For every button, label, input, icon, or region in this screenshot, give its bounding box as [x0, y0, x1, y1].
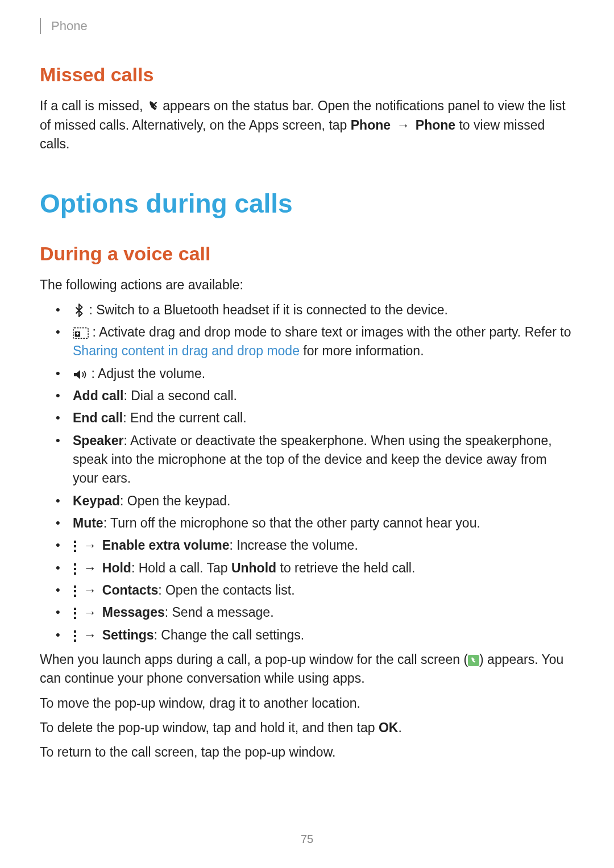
- svg-rect-3: [74, 545, 76, 547]
- missed-calls-paragraph: If a call is missed, appears on the stat…: [40, 97, 574, 153]
- delete-popup-paragraph: To delete the pop-up window, tap and hol…: [40, 719, 574, 737]
- more-options-icon: [73, 630, 77, 642]
- page-title: Options during calls: [40, 185, 574, 223]
- text: : Send a message.: [165, 605, 274, 620]
- text: : Turn off the microphone so that the ot…: [103, 516, 480, 530]
- text: : Activate drag and drop mode to share t…: [92, 325, 571, 339]
- bold-text: Unhold: [231, 560, 276, 575]
- return-popup-paragraph: To return to the call screen, tap the po…: [40, 743, 574, 762]
- section-title-missed-calls: Missed calls: [40, 61, 574, 89]
- more-options-icon: [73, 563, 77, 575]
- svg-rect-5: [74, 563, 76, 566]
- list-item: → Hold: Hold a call. Tap Unhold to retri…: [56, 559, 574, 578]
- list-item: : Activate drag and drop mode to share t…: [56, 323, 574, 361]
- bold-text: Phone: [416, 118, 455, 132]
- text: : Dial a second call.: [123, 388, 237, 403]
- text: .: [398, 720, 401, 735]
- bold-text: Mute: [73, 516, 103, 530]
- list-item: Keypad: Open the keypad.: [56, 492, 574, 510]
- text: to retrieve the held call.: [276, 560, 415, 575]
- bold-text: Phone: [351, 118, 391, 132]
- text: for more information.: [303, 343, 424, 358]
- text: When you launch apps during a call, a po…: [40, 652, 468, 667]
- text: : Switch to a Bluetooth headset if it is…: [89, 302, 448, 317]
- bluetooth-icon: [73, 303, 85, 318]
- missed-call-icon: [147, 101, 159, 113]
- volume-icon: [73, 369, 88, 380]
- bold-text: End call: [73, 410, 123, 425]
- list-item: Mute: Turn off the microphone so that th…: [56, 514, 574, 533]
- arrow-icon: →: [83, 583, 96, 597]
- text: To delete the pop-up window, tap and hol…: [40, 720, 379, 735]
- svg-rect-16: [74, 639, 76, 642]
- more-options-icon: [73, 585, 77, 597]
- popup-paragraph: When you launch apps during a call, a po…: [40, 650, 574, 688]
- bold-text: Hold: [102, 560, 131, 575]
- bold-text: Keypad: [73, 493, 120, 508]
- call-popup-icon: [468, 655, 479, 666]
- more-options-icon: [73, 607, 77, 620]
- sharing-content-link[interactable]: Sharing content in drag and drop mode: [73, 343, 300, 358]
- svg-rect-13: [74, 617, 76, 619]
- bold-text: OK: [379, 720, 399, 735]
- list-item: : Adjust the volume.: [56, 364, 574, 383]
- svg-rect-10: [74, 595, 76, 597]
- bold-text: Messages: [102, 605, 165, 620]
- list-item: : Switch to a Bluetooth headset if it is…: [56, 301, 574, 319]
- svg-rect-11: [74, 608, 76, 610]
- text: : Change the call settings.: [154, 628, 305, 642]
- breadcrumb-divider: [40, 18, 41, 34]
- move-popup-paragraph: To move the pop-up window, drag it to an…: [40, 694, 574, 713]
- list-item: → Contacts: Open the contacts list.: [56, 581, 574, 600]
- list-item: Add call: Dial a second call.: [56, 387, 574, 405]
- text: : End the current call.: [123, 410, 246, 425]
- breadcrumb-label: Phone: [51, 17, 88, 35]
- section-title-during-voice-call: During a voice call: [40, 240, 574, 268]
- text: If a call is missed,: [40, 98, 147, 113]
- text: : Adjust the volume.: [91, 366, 205, 381]
- svg-rect-15: [74, 635, 76, 637]
- bold-text: Contacts: [102, 583, 158, 597]
- bold-text: Settings: [102, 628, 154, 642]
- more-options-icon: [73, 540, 77, 553]
- list-item: Speaker: Activate or deactivate the spea…: [56, 431, 574, 488]
- list-item: → Enable extra volume: Increase the volu…: [56, 536, 574, 555]
- arrow-icon: →: [83, 538, 96, 553]
- svg-rect-9: [74, 590, 76, 592]
- text: : Hold a call. Tap: [131, 560, 231, 575]
- list-item: → Messages: Send a message.: [56, 603, 574, 622]
- svg-rect-14: [74, 630, 76, 633]
- drag-drop-icon: [73, 327, 89, 339]
- svg-rect-4: [74, 550, 76, 552]
- bold-text: Enable extra volume: [102, 538, 230, 553]
- svg-rect-2: [74, 541, 76, 543]
- text: : Activate or deactivate the speakerphon…: [73, 433, 552, 486]
- svg-rect-8: [74, 585, 76, 588]
- list-item: → Settings: Change the call settings.: [56, 626, 574, 645]
- arrow-icon: →: [83, 628, 96, 642]
- options-list: : Switch to a Bluetooth headset if it is…: [40, 301, 574, 645]
- list-item: End call: End the current call.: [56, 409, 574, 427]
- text: : Increase the volume.: [229, 538, 358, 553]
- bold-text: Speaker: [73, 433, 124, 448]
- svg-rect-7: [74, 572, 76, 575]
- page-number: 75: [0, 831, 614, 848]
- text: : Open the contacts list.: [158, 583, 294, 597]
- svg-rect-6: [74, 568, 76, 570]
- breadcrumb: Phone: [40, 17, 574, 35]
- svg-rect-12: [74, 612, 76, 614]
- arrow-icon: →: [83, 560, 96, 575]
- arrow-icon: →: [83, 605, 96, 620]
- intro-text: The following actions are available:: [40, 276, 574, 294]
- arrow-icon: →: [396, 118, 409, 132]
- text: : Open the keypad.: [120, 493, 230, 508]
- bold-text: Add call: [73, 388, 123, 403]
